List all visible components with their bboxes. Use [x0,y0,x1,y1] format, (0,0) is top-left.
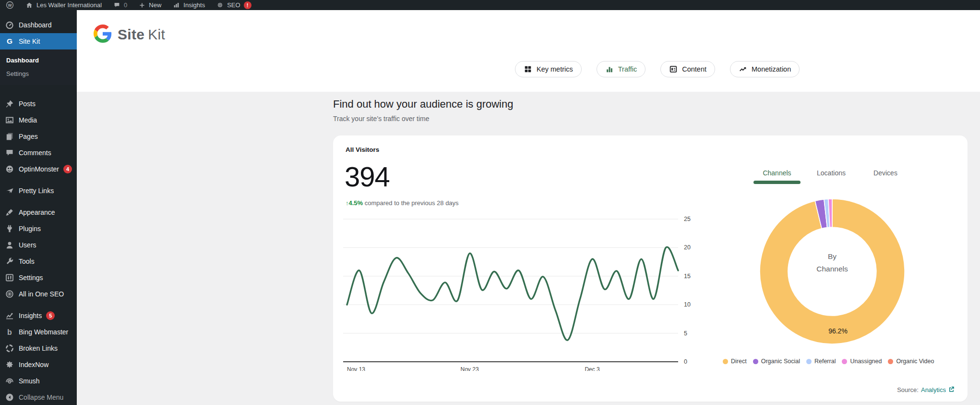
donut-center-line: Channels [816,263,848,275]
sidebar-item-label: Pretty Links [19,187,54,195]
sidebar-item-label: Comments [19,149,51,157]
comments-count: 0 [124,1,127,9]
sidebar-item-users[interactable]: Users [0,237,77,253]
svg-text:5: 5 [684,330,687,337]
sidebar-item-optinmonster[interactable]: OptinMonster4 [0,161,77,177]
admin-bar-new[interactable]: New [133,0,167,10]
metric-change: ↑4.5% compared to the previous 28 days [346,199,459,207]
bing-icon: b [5,327,14,337]
home-icon [25,1,33,9]
admin-bar-insights[interactable]: Insights [167,0,211,10]
svg-text:Nov 13: Nov 13 [347,366,365,371]
svg-text:G: G [7,37,12,45]
donut-slice-percent: 96.2% [828,327,848,335]
admin-sidebar: DashboardGSite KitDashboardSettingsPosts… [0,10,77,405]
aioseo-icon [5,289,14,299]
collapse-icon [5,393,14,402]
legend-item-referral: Referral [806,358,836,365]
svg-text:b: b [7,328,12,336]
insights-icon [5,311,14,320]
legend-item-unassigned: Unassigned [842,358,882,365]
legend-dot [888,359,893,364]
sidebar-item-label: Settings [19,274,43,282]
bars-icon [605,65,614,74]
sidebar-item-plugins[interactable]: Plugins [0,221,77,237]
sidebar-separator [0,302,77,307]
tab-traffic[interactable]: Traffic [597,61,645,77]
sidebar-item-tools[interactable]: Tools [0,253,77,270]
tab-label: Traffic [618,65,637,73]
sidebar-item-label: OptinMonster [19,165,59,173]
sidebar-item-all-in-one-seo[interactable]: All in One SEO [0,286,77,302]
wordpress-logo-menu[interactable]: W [0,0,20,10]
submenu-item-settings[interactable]: Settings [0,67,77,80]
svg-text:20: 20 [684,244,691,251]
sidebar-item-settings[interactable]: Settings [0,270,77,286]
monster-icon [5,164,14,174]
pages-icon [5,132,14,141]
analytics-source-link[interactable]: Analytics [921,385,955,394]
tab-monetization[interactable]: Monetization [730,61,800,77]
admin-bar-site-name[interactable]: Les Waller International [20,0,108,10]
indexnow-icon [5,360,14,369]
gear-icon [216,1,224,9]
sitekit-submenu: DashboardSettings [0,49,77,85]
svg-text:15: 15 [684,273,691,280]
sidebar-item-appearance[interactable]: Appearance [0,204,77,221]
comment-icon [5,148,14,158]
tab-key-metrics[interactable]: Key metrics [515,61,582,77]
sidebar-item-label: Tools [19,258,35,265]
legend-label: Direct [731,358,747,365]
sidebar-item-label: Broken Links [19,344,58,352]
sidebar-item-collapse[interactable]: Collapse Menu [0,389,77,405]
legend-label: Organic Social [761,358,800,365]
sidebar-separator [0,199,77,204]
legend-label: Organic Video [896,358,934,365]
sidebar-item-broken-links[interactable]: Broken Links [0,340,77,356]
sidebar-item-posts[interactable]: Posts [0,96,77,112]
tab-content[interactable]: Content [660,61,715,77]
donut-center-label: ByChannels [816,250,848,275]
bar-chart-icon [173,1,180,9]
gauge-icon [5,20,14,30]
donut-tab-devices[interactable]: Devices [862,165,909,180]
plus-icon [139,2,145,9]
change-percent: 4.5% [349,199,363,207]
dashboard-tab-bar: Key metricsTrafficContentMonetization [515,61,800,77]
tab-label: Monetization [752,65,791,73]
source-row: Source: Analytics [897,385,955,394]
admin-bar-comments[interactable]: 0 [108,0,133,10]
wrench-icon [5,257,14,266]
plug-icon [5,224,14,233]
sidebar-item-label: Users [19,241,36,249]
sidebar-item-dashboard[interactable]: Dashboard [0,17,77,33]
legend-item-organic-video: Organic Video [888,358,934,365]
donut-tab-locations[interactable]: Locations [808,165,855,180]
submenu-item-dashboard[interactable]: Dashboard [0,53,77,67]
sidebar-item-pretty-links[interactable]: Pretty Links [0,183,77,199]
broken-link-icon [5,344,14,353]
content-icon [669,65,678,74]
legend-dot [753,359,758,364]
smush-icon [5,376,14,386]
donut-tab-channels[interactable]: Channels [753,165,801,180]
sidebar-item-pages[interactable]: Pages [0,128,77,145]
traffic-widget-card: All Visitors 394 ↑4.5% compared to the p… [333,135,968,402]
comment-bubble-icon [113,1,120,9]
grid-icon [524,65,532,74]
sidebar-item-bing-webmaster[interactable]: bBing Webmaster [0,324,77,340]
sitekit-logo: SiteKit [94,25,165,45]
sidebar-item-comments[interactable]: Comments [0,145,77,161]
legend-dot [842,359,847,364]
sidebar-item-smush[interactable]: Smush [0,373,77,389]
admin-bar: W Les Waller International 0 New Insight… [0,0,980,10]
sidebar-item-indexnow[interactable]: IndexNow [0,356,77,373]
admin-bar-seo[interactable]: SEO ! [211,0,257,10]
insights-label: Insights [183,1,205,9]
donut-tab-bar: ChannelsLocationsDevices [753,165,909,180]
sidebar-item-insights[interactable]: Insights5 [0,307,77,324]
sidebar-item-site-kit[interactable]: GSite Kit [0,33,77,49]
sidebar-item-media[interactable]: Media [0,112,77,128]
user-icon [5,240,14,250]
sidebar-item-label: Media [19,116,37,124]
